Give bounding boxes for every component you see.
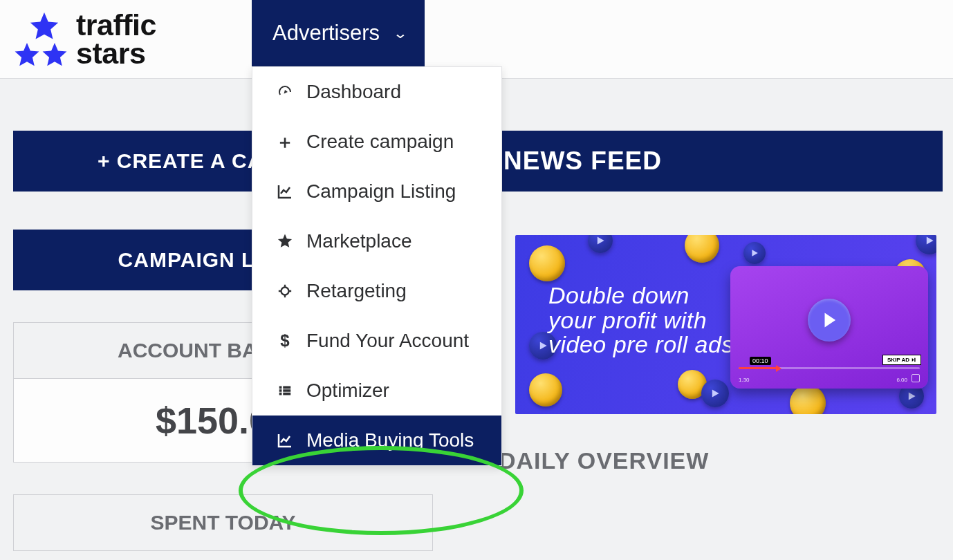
dropdown-item-marketplace[interactable]: Marketplace [252,216,501,266]
dropdown-item-campaign-listing-label: Campaign Listing [306,182,456,201]
coin-icon [685,235,719,263]
video-timeline [739,367,920,369]
spent-today-title: SPENT TODAY [13,494,433,551]
dropdown-item-fund-account-label: Fund Your Account [306,331,469,351]
video-preview-card: 00:10 SKIP AD 1.30 6.00 [730,266,928,389]
chart-line-icon [275,431,295,449]
banner-headline: Double down your profit with video pre r… [548,283,741,357]
logo-stars-icon [14,12,69,67]
dollar-icon: $ [275,332,295,350]
coin-icon [790,385,826,414]
video-timer-label: 00:10 [750,357,771,365]
banner-line1: Double down [548,283,741,308]
logo-text-line1: traffic [76,11,156,39]
list-icon [275,382,295,400]
plus-icon: ＋ [275,133,295,151]
logo-text: traffic stars [76,11,156,68]
nav-advertisers-button[interactable]: Advertisers ⌄ [252,0,425,66]
logo-text-line2: stars [76,39,156,68]
dropdown-item-marketplace-label: Marketplace [306,232,412,251]
target-icon [275,282,295,300]
dropdown-item-campaign-listing[interactable]: Campaign Listing [252,167,501,216]
news-feed-title: NEWS FEED [486,131,943,192]
dropdown-item-dashboard[interactable]: Dashboard [252,67,501,117]
video-end-time: 6.00 [896,377,907,383]
banner-line2: your profit with [548,308,741,333]
play-button-icon [808,299,851,342]
dropdown-item-dashboard-label: Dashboard [306,82,401,102]
nav-advertisers-label: Advertisers [272,21,380,46]
coin-icon [529,373,562,407]
play-bubble-icon [916,235,936,254]
dropdown-item-fund-account[interactable]: $ Fund Your Account [252,316,501,366]
dropdown-item-media-buying-tools[interactable]: Media Buying Tools [252,416,501,465]
play-bubble-icon [701,380,729,407]
play-bubble-icon [743,242,766,264]
chart-line-icon [275,183,295,200]
promo-banner[interactable]: Double down your profit with video pre r… [515,235,936,414]
advertisers-dropdown: Dashboard ＋ Create campaign Campaign Lis… [252,66,502,466]
star-icon [275,232,295,250]
daily-overview-title: DAILY OVERVIEW [499,447,943,474]
banner-line3: video pre roll ads! [548,333,741,357]
video-start-time: 1.30 [739,377,750,383]
skip-ad-button: SKIP AD [882,355,921,365]
play-bubble-icon [588,235,613,253]
chevron-down-icon: ⌄ [393,25,408,41]
dropdown-item-media-buying-tools-label: Media Buying Tools [306,431,474,450]
right-column: NEWS FEED Double down your profit with v… [486,131,943,474]
logo[interactable]: traffic stars [14,11,156,68]
fullscreen-icon [912,374,920,382]
dropdown-item-retargeting-label: Retargeting [306,281,407,301]
dropdown-item-create-campaign-label: Create campaign [306,132,454,151]
spent-today-panel: SPENT TODAY [13,494,433,551]
dashboard-icon [275,83,295,101]
dropdown-item-optimizer-label: Optimizer [306,381,389,400]
dropdown-item-create-campaign[interactable]: ＋ Create campaign [252,117,501,167]
coin-icon [529,245,565,281]
svg-point-0 [281,288,289,295]
skip-ad-label: SKIP AD [887,357,909,363]
dropdown-item-retargeting[interactable]: Retargeting [252,266,501,316]
dropdown-item-optimizer[interactable]: Optimizer [252,366,501,416]
